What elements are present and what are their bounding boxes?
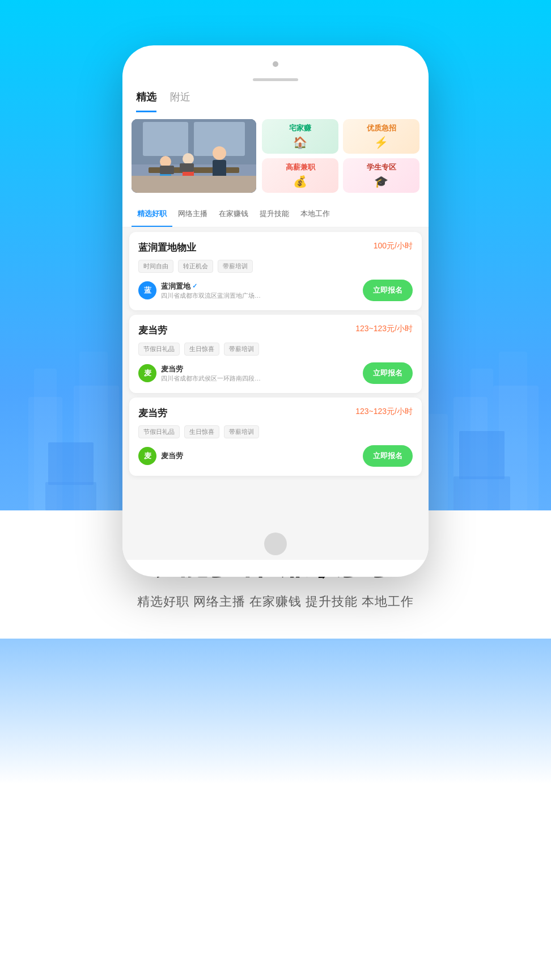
svg-rect-26 [180, 163, 194, 172]
phone-mockup: 精选 附近 [122, 45, 429, 577]
tag-2-3: 带薪培训 [224, 343, 259, 356]
banner-card-home-earn[interactable]: 宅家赚 🏠 [262, 119, 338, 154]
company-name-2: 麦当劳 [161, 364, 363, 374]
company-details-3: 麦当劳 [161, 451, 363, 461]
category-nav: 精选好职 网络主播 在家赚钱 提升技能 本地工作 [122, 202, 429, 227]
job-header-3: 麦当劳 123~123元/小时 [138, 407, 413, 420]
svg-rect-27 [132, 176, 256, 193]
company-details-1: 蓝润置地 ✓ 四川省成都市双流区蓝润置地广场华府大... [161, 281, 363, 300]
tab-featured[interactable]: 精选 [136, 90, 156, 112]
job-name-1: 蓝润置地物业 [138, 241, 196, 254]
svg-rect-11 [48, 442, 94, 485]
cat-featured[interactable]: 精选好职 [132, 202, 172, 227]
svg-rect-10 [45, 482, 96, 510]
tab-nearby[interactable]: 附近 [170, 90, 190, 112]
job-footer-2: 麦 麦当劳 四川省成都市武侯区一环路南四段34号成... 立即报名 [138, 362, 413, 384]
banner-image [132, 119, 256, 193]
tag-2-2: 生日惊喜 [184, 343, 219, 356]
job-tags-2: 节假日礼品 生日惊喜 带薪培训 [138, 343, 413, 356]
apply-btn-3[interactable]: 立即报名 [363, 445, 413, 467]
job-salary-2: 123~123元/小时 [355, 324, 413, 334]
phone-camera [273, 61, 278, 67]
tag-3-3: 带薪培训 [224, 425, 259, 438]
job-tags-3: 节假日礼品 生日惊喜 带薪培训 [138, 425, 413, 438]
sub-title: 精选好职 网络主播 在家赚钱 提升技能 本地工作 [137, 593, 414, 610]
svg-rect-25 [160, 166, 174, 174]
company-address-2: 四川省成都市武侯区一环路南四段34号成... [161, 374, 263, 383]
apply-btn-1[interactable]: 立即报名 [363, 280, 413, 301]
svg-point-23 [213, 146, 226, 160]
tag-1-1: 时间自由 [138, 260, 173, 273]
banner-section: 宅家赚 🏠 优质急招 ⚡ 高薪兼职 💰 学生专区 [122, 112, 429, 202]
company-name-1: 蓝润置地 ✓ [161, 281, 363, 292]
cat-local[interactable]: 本地工作 [295, 202, 336, 227]
app-screen: 精选 附近 [122, 81, 429, 523]
tag-3-2: 生日惊喜 [184, 425, 219, 438]
company-address-1: 四川省成都市双流区蓝润置地广场华府大... [161, 292, 263, 300]
job-footer-1: 蓝 蓝润置地 ✓ 四川省成都市双流区蓝润置地广场华府大... 立即报名 [138, 280, 413, 301]
company-info-3: 麦 麦当劳 [138, 447, 363, 465]
job-card-3: 麦当劳 123~123元/小时 节假日礼品 生日惊喜 带薪培训 麦 [129, 398, 422, 476]
cat-skill[interactable]: 提升技能 [254, 202, 295, 227]
job-name-3: 麦当劳 [138, 407, 167, 420]
company-avatar-1: 蓝 [138, 281, 156, 299]
job-footer-3: 麦 麦当劳 立即报名 [138, 445, 413, 467]
company-avatar-3: 麦 [138, 447, 156, 465]
company-info-1: 蓝 蓝润置地 ✓ 四川省成都市双流区蓝润置地广场华府大... [138, 281, 363, 300]
top-background: 精选 附近 [0, 0, 551, 510]
job-list: 蓝润置地物业 100元/小时 时间自由 转正机会 带薪培训 蓝 [122, 227, 429, 480]
svg-point-21 [183, 153, 194, 164]
tag-1-2: 转正机会 [178, 260, 213, 273]
job-header-1: 蓝润置地物业 100元/小时 [138, 241, 413, 254]
job-name-2: 麦当劳 [138, 324, 167, 337]
banner-grid: 宅家赚 🏠 优质急招 ⚡ 高薪兼职 💰 学生专区 [262, 119, 419, 193]
company-info-2: 麦 麦当劳 四川省成都市武侯区一环路南四段34号成... [138, 364, 363, 383]
tag-2-1: 节假日礼品 [138, 343, 180, 356]
cat-home-earn[interactable]: 在家赚钱 [213, 202, 254, 227]
company-name-3: 麦当劳 [161, 451, 363, 461]
verified-icon-1: ✓ [192, 282, 197, 290]
banner-card-student[interactable]: 学生专区 🎓 [343, 158, 419, 193]
company-avatar-2: 麦 [138, 364, 156, 382]
cat-streamer[interactable]: 网络主播 [172, 202, 213, 227]
job-header-2: 麦当劳 123~123元/小时 [138, 324, 413, 337]
job-card-2: 麦当劳 123~123元/小时 节假日礼品 生日惊喜 带薪培训 麦 [129, 315, 422, 393]
banner-card-urgent[interactable]: 优质急招 ⚡ [343, 119, 419, 154]
banner-card-high-salary[interactable]: 高薪兼职 💰 [262, 158, 338, 193]
svg-rect-13 [459, 431, 505, 479]
apply-btn-2[interactable]: 立即报名 [363, 362, 413, 384]
tag-1-3: 带薪培训 [218, 260, 253, 273]
phone-top [122, 57, 429, 74]
job-tags-1: 时间自由 转正机会 带薪培训 [138, 260, 413, 273]
svg-rect-16 [143, 122, 188, 156]
svg-rect-12 [453, 476, 510, 510]
job-card-1: 蓝润置地物业 100元/小时 时间自由 转正机会 带薪培训 蓝 [129, 232, 422, 310]
job-salary-3: 123~123元/小时 [355, 407, 413, 417]
home-indicator[interactable] [264, 533, 287, 555]
office-scene [132, 119, 256, 193]
company-details-2: 麦当劳 四川省成都市武侯区一环路南四段34号成... [161, 364, 363, 383]
job-salary-1: 100元/小时 [374, 241, 413, 251]
tab-bar: 精选 附近 [122, 81, 429, 112]
tag-3-1: 节假日礼品 [138, 425, 180, 438]
phone-bottom [122, 523, 429, 560]
